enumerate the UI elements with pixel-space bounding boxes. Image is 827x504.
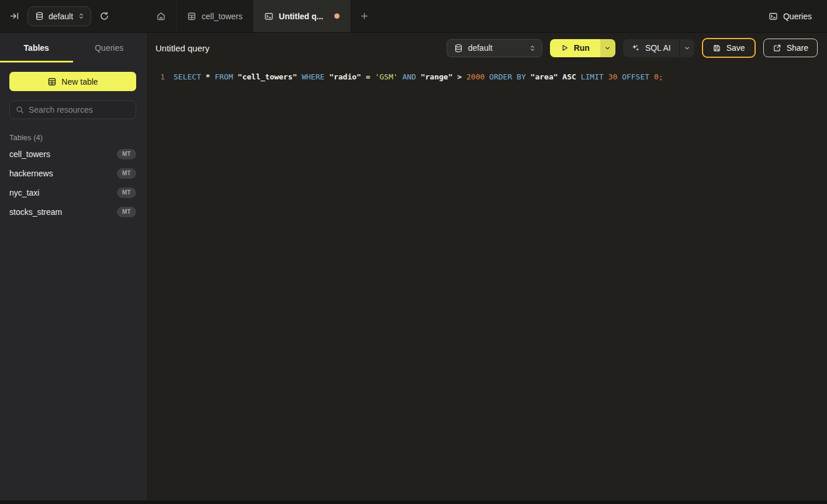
queries-button-label: Queries [783, 12, 812, 21]
sql-token: AND [398, 72, 416, 81]
save-icon [712, 44, 721, 53]
sql-editor-line: 1 SELECT * FROM "cell_towers" WHERE "rad… [146, 71, 827, 84]
sql-token: "radio" [324, 72, 361, 81]
unsaved-dot [334, 13, 340, 19]
table-name: nyc_taxi [9, 188, 39, 197]
plus-icon [360, 12, 369, 20]
share-button-label: Share [787, 43, 808, 53]
share-button[interactable]: Share [763, 39, 818, 57]
sidebar-tabs: Tables Queries [0, 33, 146, 62]
query-title: Untitled query [155, 43, 210, 53]
queries-button[interactable]: Queries [769, 12, 812, 21]
sql-ai-split-button: SQL AI [623, 39, 694, 57]
tables-section-label: Tables (4) [9, 133, 136, 142]
main-row: Tables Queries New table [0, 33, 827, 504]
sidebar: Tables Queries New table [0, 33, 146, 504]
sql-token: 0; [649, 72, 663, 81]
top-bar: default [0, 0, 827, 33]
sql-token: 30 [604, 72, 617, 81]
sql-token: OFFSET [617, 72, 649, 81]
sql-token: "range" [416, 72, 453, 81]
table-name: stocks_stream [9, 207, 62, 217]
sql-token: SELECT [174, 72, 201, 81]
query-database-selector[interactable]: default [447, 39, 542, 57]
chevron-down-icon [684, 45, 690, 51]
collapse-sidebar-button[interactable] [9, 11, 19, 21]
chevron-updown-icon [529, 44, 536, 52]
play-icon [560, 44, 569, 52]
tab-cell-towers[interactable]: cell_towers [177, 0, 254, 32]
sql-token: LIMIT [576, 72, 604, 81]
sql-ai-button[interactable]: SQL AI [623, 39, 679, 57]
refresh-button[interactable] [99, 11, 109, 21]
sql-token: = [361, 72, 371, 81]
sql-token: WHERE [297, 72, 324, 81]
run-options-button[interactable] [600, 39, 615, 57]
top-bar-left: default [0, 0, 146, 32]
chevron-down-icon [604, 45, 611, 51]
database-selector-value: default [49, 12, 73, 21]
refresh-icon [99, 11, 109, 21]
table-name: hackernews [9, 169, 53, 178]
queries-icon [769, 12, 778, 21]
sql-token: "cell_towers" [233, 72, 297, 81]
sql-token: 2000 [462, 72, 485, 81]
save-button-label: Save [726, 43, 745, 53]
sql-editor[interactable]: 1 SELECT * FROM "cell_towers" WHERE "rad… [146, 63, 827, 504]
run-button[interactable]: Run [550, 39, 600, 57]
run-split-button: Run [550, 39, 615, 57]
tab-home[interactable] [146, 0, 177, 32]
top-bar-right: Queries [769, 0, 827, 32]
search-box [9, 100, 136, 119]
sql-token: ORDER [485, 72, 512, 81]
share-icon [773, 44, 781, 53]
sidebar-database-selector[interactable]: default [27, 6, 91, 26]
new-table-button[interactable]: New table [9, 72, 136, 91]
table-engine-badge: MT [117, 168, 136, 179]
editor-toolbar: Untitled query default [146, 33, 827, 63]
chevron-updown-icon [78, 12, 85, 20]
home-icon [156, 11, 166, 21]
sql-token: * [201, 72, 210, 81]
query-database-value: default [468, 43, 524, 53]
database-icon [454, 44, 463, 53]
collapse-sidebar-icon [9, 11, 19, 21]
editor-pane: Untitled query default [146, 33, 827, 504]
sidebar-tab-queries[interactable]: Queries [73, 33, 146, 62]
sparkles-icon [631, 44, 640, 53]
table-row[interactable]: cell_towersMT [0, 144, 146, 164]
tab-label: cell_towers [202, 12, 243, 21]
run-button-label: Run [574, 43, 590, 53]
sql-ai-button-label: SQL AI [645, 43, 671, 53]
search-resources-input[interactable] [29, 105, 130, 114]
tab-label: Untitled q... [279, 12, 323, 21]
sql-ai-options-button[interactable] [679, 39, 694, 57]
sql-token: > [453, 72, 462, 81]
table-row[interactable]: stocks_streamMT [0, 202, 146, 221]
table-row[interactable]: hackernewsMT [0, 164, 146, 183]
window-bottom-edge [0, 500, 827, 504]
sidebar-tab-label: Queries [95, 43, 123, 53]
sql-console-app: default [0, 0, 827, 504]
table-icon [47, 77, 57, 86]
save-button[interactable]: Save [702, 38, 756, 58]
table-name: cell_towers [9, 150, 50, 159]
sidebar-tab-tables[interactable]: Tables [0, 33, 73, 62]
sql-token: "area" [526, 72, 558, 81]
table-icon [187, 12, 196, 21]
table-engine-badge: MT [117, 149, 136, 159]
sql-token: 'GSM' [371, 72, 398, 81]
table-row[interactable]: nyc_taxiMT [0, 183, 146, 202]
sql-token: FROM [210, 72, 233, 81]
table-engine-badge: MT [117, 187, 136, 198]
new-tab-button[interactable] [351, 0, 378, 32]
search-icon [16, 106, 24, 114]
line-number: 1 [151, 71, 165, 84]
sql-statement: SELECT * FROM "cell_towers" WHERE "radio… [174, 71, 663, 84]
table-engine-badge: MT [117, 207, 136, 217]
sql-token: ASC [558, 72, 576, 81]
sidebar-tab-label: Tables [24, 43, 49, 53]
tab-untitled-query[interactable]: Untitled q... [254, 0, 351, 32]
tables-list: cell_towersMThackernewsMTnyc_taxiMTstock… [0, 144, 146, 221]
query-icon [264, 12, 274, 21]
